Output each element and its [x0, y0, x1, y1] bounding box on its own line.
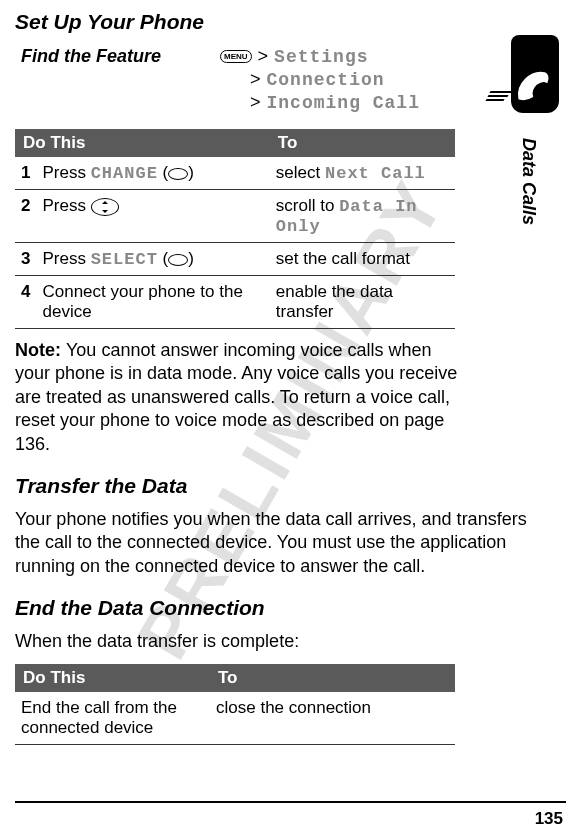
text: scroll to [276, 196, 339, 215]
transfer-paragraph: Your phone notifies you when the data ca… [15, 508, 555, 578]
step-do: End the call from the connected device [15, 692, 210, 745]
text: select [276, 163, 325, 182]
table-header-row: Do This To [15, 664, 455, 692]
table-row: End the call from the connected device c… [15, 692, 455, 745]
soft-key-icon [168, 254, 188, 266]
table-header-do: Do This [15, 664, 210, 692]
path-separator: > [250, 92, 261, 113]
menu-text: SELECT [91, 250, 158, 269]
menu-path-list: MENU > Settings > Connection > Incoming … [220, 46, 420, 115]
text: ) [188, 249, 194, 268]
heading-setup-phone: Set Up Your Phone [15, 10, 566, 34]
table-row: 4 Connect your phone to the device enabl… [15, 276, 455, 329]
step-to: close the connection [210, 692, 455, 745]
table-header-do: Do This [15, 129, 270, 157]
path-separator: > [250, 69, 261, 90]
find-feature-label: Find the Feature [15, 46, 220, 67]
step-to: select Next Call [270, 157, 455, 190]
table-header-to: To [210, 664, 455, 692]
table-row: 1 Press CHANGE () select Next Call [15, 157, 455, 190]
path-separator: > [258, 46, 269, 67]
table-header-row: Do This To [15, 129, 455, 157]
steps-table-2: Do This To End the call from the connect… [15, 664, 455, 745]
text: Press [42, 163, 90, 182]
heading-end-connection: End the Data Connection [15, 596, 566, 620]
menu-path-settings: Settings [274, 47, 368, 67]
menu-path-incoming-call: Incoming Call [267, 93, 420, 113]
menu-path-connection: Connection [267, 70, 385, 90]
step-do: Connect your phone to the device [36, 276, 269, 329]
note-text: You cannot answer incoming voice calls w… [15, 340, 457, 454]
step-number: 4 [15, 276, 36, 329]
step-do: Press CHANGE () [36, 157, 269, 190]
page-number: 135 [535, 809, 563, 829]
menu-text: CHANGE [91, 164, 158, 183]
bottom-rule [15, 801, 566, 803]
steps-table-1: Do This To 1 Press CHANGE () select Next… [15, 129, 455, 329]
text: ) [188, 163, 194, 182]
text: Press [42, 196, 90, 215]
text: ( [158, 163, 168, 182]
table-header-to: To [270, 129, 455, 157]
step-number: 2 [15, 190, 36, 243]
note-paragraph: Note: You cannot answer incoming voice c… [15, 339, 465, 456]
step-to: scroll to Data In Only [270, 190, 455, 243]
step-to: enable the data transfer [270, 276, 455, 329]
step-do: Press [36, 190, 269, 243]
heading-transfer-data: Transfer the Data [15, 474, 566, 498]
table-row: 2 Press scroll to Data In Only [15, 190, 455, 243]
step-do: Press SELECT () [36, 243, 269, 276]
table-row: 3 Press SELECT () set the call format [15, 243, 455, 276]
step-to: set the call format [270, 243, 455, 276]
note-label: Note: [15, 340, 66, 360]
menu-icon: MENU [220, 50, 252, 63]
text: Press [42, 249, 90, 268]
end-paragraph: When the data transfer is complete: [15, 630, 465, 653]
step-number: 3 [15, 243, 36, 276]
soft-key-icon [168, 168, 188, 180]
find-feature-section: Find the Feature MENU > Settings > Conne… [15, 46, 566, 115]
step-number: 1 [15, 157, 36, 190]
scroll-key-icon [91, 198, 119, 216]
menu-text: Next Call [325, 164, 426, 183]
text: ( [158, 249, 168, 268]
